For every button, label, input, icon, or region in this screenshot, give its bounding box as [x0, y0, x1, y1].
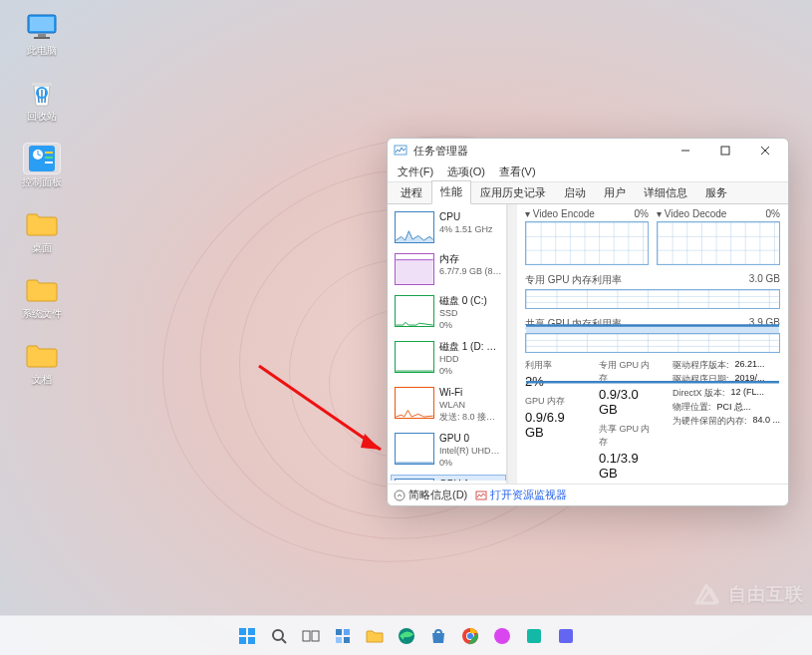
item-title: 磁盘 1 (D: E: F:): [439, 341, 502, 353]
item-title: GPU 1: [439, 479, 502, 481]
edge-icon[interactable]: [394, 623, 419, 649]
stat-value: 0.9/6.9 GB: [525, 410, 581, 440]
desktop-icon-folder-3[interactable]: 文档: [16, 341, 68, 385]
tab-startup[interactable]: 启动: [555, 181, 595, 204]
svg-point-18: [395, 491, 405, 500]
desktop-icons: 此电脑 回收站 控制面板 桌面 系统文件 文档: [16, 12, 68, 385]
chart-dedicated-gpu-mem: 专用 GPU 内存利用率3.0 GB: [525, 271, 780, 309]
svg-rect-26: [303, 631, 310, 641]
tab-bar: 进程 性能 应用历史记录 启动 用户 详细信息 服务: [388, 182, 788, 204]
svg-rect-29: [344, 629, 350, 635]
item-sub: 4% 1.51 GHz: [439, 223, 493, 235]
fewer-details-button[interactable]: 简略信息(D): [394, 488, 467, 502]
svg-rect-28: [336, 629, 342, 635]
tab-details[interactable]: 详细信息: [635, 181, 696, 204]
icon-label: 系统文件: [22, 308, 62, 319]
svg-rect-22: [239, 637, 246, 644]
chart-video-encode: ▾ Video Encode0%: [525, 208, 649, 265]
chrome-icon[interactable]: [457, 623, 483, 649]
app-icon-2[interactable]: [521, 623, 547, 649]
sidebar-item-disk-0[interactable]: 磁盘 0 (C:)SSD0%: [391, 291, 506, 335]
icon-label: 此电脑: [27, 45, 57, 56]
desktop-icon-folder-1[interactable]: 桌面: [16, 209, 68, 253]
item-sub: Intel(R) UHD Gra...: [439, 445, 502, 457]
svg-rect-10: [45, 162, 53, 164]
item-title: Wi-Fi: [439, 387, 502, 399]
sparkline-icon: [395, 479, 434, 481]
svg-rect-13: [721, 147, 729, 155]
sparkline-icon: [395, 433, 434, 465]
svg-rect-27: [312, 631, 319, 641]
sidebar: CPU4% 1.51 GHz 内存6.7/7.9 GB (85%) 磁盘 0 (…: [388, 204, 507, 484]
tab-app-history[interactable]: 应用历史记录: [471, 181, 555, 204]
stat-label: 共享 GPU 内存: [599, 423, 655, 449]
store-icon[interactable]: [425, 623, 451, 649]
svg-rect-14: [396, 260, 433, 284]
desktop-icon-control-panel[interactable]: 控制面板: [16, 144, 68, 187]
menu-options[interactable]: 选项(O): [441, 164, 491, 180]
icon-label: 回收站: [27, 111, 57, 122]
desktop-icon-recycle-bin[interactable]: 回收站: [16, 78, 68, 122]
svg-rect-3: [34, 37, 50, 39]
item-sub2: 发送: 8.0 接收: 0 Kl: [439, 411, 502, 423]
tab-users[interactable]: 用户: [595, 181, 635, 204]
item-title: GPU 0: [439, 433, 502, 445]
svg-point-36: [494, 628, 510, 644]
svg-rect-31: [344, 637, 350, 643]
widgets-icon[interactable]: [330, 623, 356, 649]
item-sub2: 0%: [439, 365, 502, 377]
app-icon-1[interactable]: [489, 623, 515, 649]
menu-view[interactable]: 查看(V): [493, 164, 542, 180]
sidebar-item-memory[interactable]: 内存6.7/7.9 GB (85%): [391, 249, 506, 289]
tab-performance[interactable]: 性能: [431, 180, 471, 204]
svg-rect-9: [45, 157, 53, 159]
window-title: 任务管理器: [413, 144, 468, 159]
sparkline-icon: [395, 387, 434, 419]
footer-bar: 简略信息(D) 打开资源监视器: [388, 484, 788, 505]
item-sub: SSD: [439, 307, 487, 319]
sidebar-item-gpu-0[interactable]: GPU 0Intel(R) UHD Gra...0%: [391, 429, 506, 473]
stat-value: 0.1/3.9 GB: [599, 451, 655, 481]
svg-rect-37: [527, 629, 541, 643]
sparkline-icon: [395, 211, 434, 243]
watermark: 自由互联: [692, 581, 804, 607]
sidebar-item-disk-1[interactable]: 磁盘 1 (D: E: F:)HDD0%: [391, 337, 506, 381]
svg-rect-2: [38, 34, 46, 37]
chart-video-decode: ▾ Video Decode0%: [657, 208, 780, 265]
tab-processes[interactable]: 进程: [392, 181, 431, 204]
sidebar-item-cpu[interactable]: CPU4% 1.51 GHz: [391, 207, 506, 247]
task-view-icon[interactable]: [298, 623, 324, 649]
icon-label: 控制面板: [22, 176, 62, 187]
item-title: CPU: [439, 211, 493, 223]
item-sub2: 0%: [439, 319, 487, 331]
minimize-button[interactable]: [669, 140, 702, 162]
svg-rect-23: [248, 637, 255, 644]
close-button[interactable]: [748, 140, 782, 162]
menu-bar: 文件(F) 选项(O) 查看(V): [388, 163, 788, 182]
open-resource-monitor-link[interactable]: 打开资源监视器: [475, 488, 567, 502]
titlebar[interactable]: 任务管理器: [388, 139, 788, 163]
explorer-icon[interactable]: [362, 623, 388, 649]
search-icon[interactable]: [266, 623, 292, 649]
sparkline-icon: [395, 253, 434, 285]
sidebar-item-wifi[interactable]: Wi-FiWLAN发送: 8.0 接收: 0 Kl: [391, 383, 506, 427]
svg-rect-4: [32, 83, 52, 86]
task-manager-window: 任务管理器 文件(F) 选项(O) 查看(V) 进程 性能 应用历史记录 启动 …: [387, 138, 789, 506]
app-icon-3[interactable]: [553, 623, 579, 649]
stat-value: 0.9/3.0 GB: [599, 387, 655, 417]
sidebar-scrollbar[interactable]: [507, 204, 517, 484]
taskbar: [0, 615, 812, 655]
item-title: 磁盘 0 (C:): [439, 295, 487, 307]
desktop-icon-folder-2[interactable]: 系统文件: [16, 275, 68, 319]
menu-file[interactable]: 文件(F): [392, 164, 439, 180]
start-button[interactable]: [234, 623, 260, 649]
desktop-icon-this-pc[interactable]: 此电脑: [16, 12, 68, 56]
sidebar-item-gpu-1[interactable]: GPU 1NVIDIA GeForce...2% (52 °C): [391, 475, 506, 481]
icon-label: 桌面: [32, 242, 52, 253]
item-sub: WLAN: [439, 399, 502, 411]
svg-rect-21: [248, 628, 255, 635]
resource-monitor-icon: [475, 490, 487, 501]
svg-rect-30: [336, 637, 342, 643]
maximize-button[interactable]: [708, 140, 742, 162]
tab-services[interactable]: 服务: [696, 181, 736, 204]
